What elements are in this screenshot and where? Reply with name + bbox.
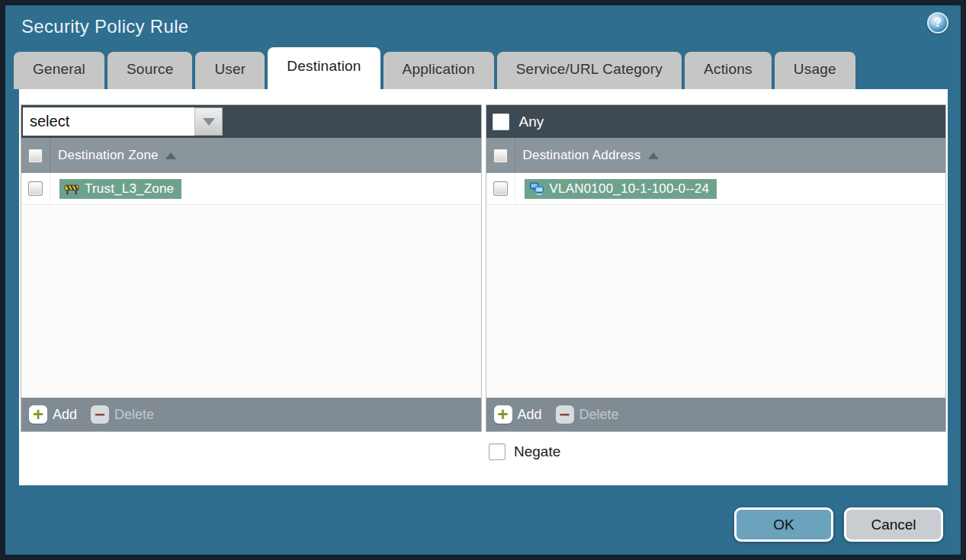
cancel-button[interactable]: Cancel (844, 507, 943, 542)
zone-list: Trust_L3_Zone (21, 173, 481, 398)
tab-source[interactable]: Source (108, 52, 192, 89)
address-row-checkbox[interactable] (493, 181, 508, 196)
tab-service-url-category[interactable]: Service/URL Category (497, 52, 682, 89)
negate-checkbox[interactable] (489, 443, 505, 460)
dialog-outer-border: Security Policy Rule ? GeneralSourceUser… (0, 0, 966, 560)
address-delete-label: Delete (579, 407, 619, 423)
zone-icon (64, 181, 79, 197)
address-panel-toolbar: Any (486, 105, 946, 138)
zone-row-checkbox-cell (21, 173, 50, 204)
destination-zone-panel: select Destination Zone (21, 104, 482, 432)
any-toggle[interactable]: Any (493, 114, 544, 130)
dialog-footer: OK Cancel (734, 507, 943, 542)
address-list: VLAN0100_10-1-100-0--24 (486, 173, 946, 398)
zone-item[interactable]: Trust_L3_Zone (59, 179, 181, 199)
zone-row-checkbox[interactable] (28, 181, 43, 196)
address-item[interactable]: VLAN0100_10-1-100-0--24 (525, 179, 717, 199)
address-column-header[interactable]: Destination Address (523, 148, 641, 163)
address-delete-button[interactable]: − Delete (556, 405, 619, 424)
zone-add-button[interactable]: + Add (29, 405, 77, 424)
tab-usage[interactable]: Usage (775, 52, 855, 89)
address-row-checkbox-cell (486, 173, 515, 204)
security-policy-rule-dialog: Security Policy Rule ? GeneralSourceUser… (5, 5, 961, 555)
address-item-label: VLAN0100_10-1-100-0--24 (550, 181, 710, 197)
tab-bar: GeneralSourceUserDestinationApplicationS… (5, 47, 961, 89)
zone-panel-toolbar: select (21, 105, 481, 138)
zone-table-header: Destination Zone (21, 138, 481, 173)
address-panel-footer: + Add − Delete (486, 398, 946, 431)
any-label: Any (519, 114, 544, 130)
zone-panel-footer: + Add − Delete (21, 398, 481, 431)
address-add-label: Add (518, 407, 542, 423)
zone-column-header[interactable]: Destination Zone (58, 148, 159, 163)
add-icon: + (494, 405, 512, 424)
address-add-button[interactable]: + Add (494, 405, 542, 424)
sort-ascending-icon[interactable] (165, 152, 176, 159)
help-icon[interactable]: ? (927, 12, 948, 34)
zone-delete-button[interactable]: − Delete (91, 405, 154, 424)
destination-address-panel: Any Destination Address (486, 104, 947, 432)
zone-add-label: Add (53, 407, 77, 423)
tab-destination[interactable]: Destination (268, 47, 380, 89)
negate-toggle[interactable]: Negate (489, 443, 948, 460)
tab-actions[interactable]: Actions (685, 52, 772, 89)
zone-select-combo[interactable]: select (23, 107, 223, 136)
delete-icon: − (556, 405, 574, 424)
zone-select-input[interactable]: select (23, 107, 194, 136)
titlebar: Security Policy Rule ? (5, 5, 961, 47)
zone-item-label: Trust_L3_Zone (85, 181, 174, 197)
panels-row: select Destination Zone (19, 89, 948, 432)
tab-content-destination: select Destination Zone (19, 89, 948, 485)
chevron-down-icon (203, 118, 215, 126)
table-row[interactable]: Trust_L3_Zone (21, 173, 481, 205)
address-header-checkbox-cell (486, 138, 515, 173)
network-address-icon (529, 181, 544, 197)
add-icon: + (29, 405, 47, 424)
dialog-title: Security Policy Rule (21, 16, 188, 37)
zone-select-all-checkbox[interactable] (28, 149, 43, 163)
any-checkbox[interactable] (493, 114, 509, 130)
address-table-header: Destination Address (486, 138, 946, 173)
zone-select-dropdown-button[interactable] (194, 107, 223, 136)
tab-user[interactable]: User (195, 52, 265, 89)
table-row[interactable]: VLAN0100_10-1-100-0--24 (486, 173, 946, 205)
tab-general[interactable]: General (14, 52, 104, 89)
delete-icon: − (91, 405, 109, 424)
zone-header-checkbox-cell (21, 138, 50, 173)
ok-button[interactable]: OK (734, 507, 833, 542)
sort-ascending-icon[interactable] (648, 152, 659, 159)
tab-application[interactable]: Application (384, 52, 494, 89)
zone-delete-label: Delete (114, 407, 154, 423)
address-select-all-checkbox[interactable] (493, 149, 508, 163)
negate-label: Negate (514, 443, 560, 460)
